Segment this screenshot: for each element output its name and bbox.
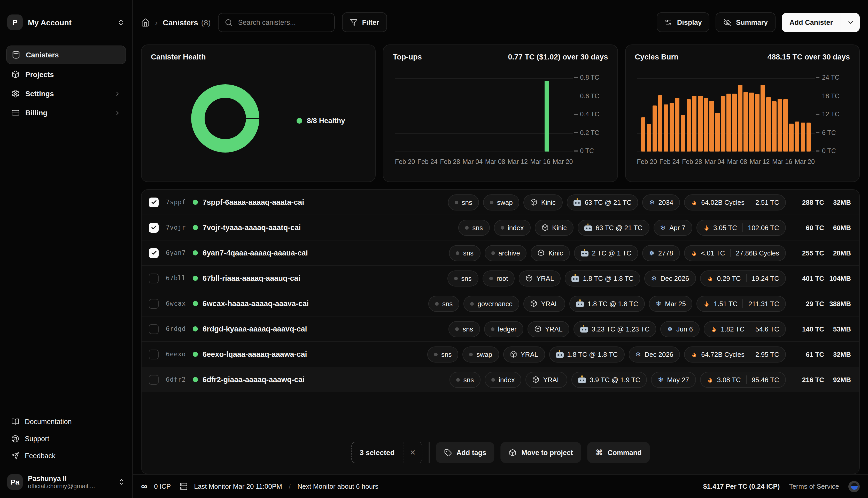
tag-pill[interactable]: sns bbox=[428, 296, 459, 312]
tag-pill[interactable]: sns bbox=[449, 371, 480, 388]
tag-label: index bbox=[499, 376, 515, 383]
project-pill[interactable]: YRAL bbox=[528, 321, 569, 337]
table-row[interactable]: 67bll 67bll-riaaa-aaaaq-aaauq-cai sns ro… bbox=[141, 266, 859, 291]
canister-short-id: 6yan7 bbox=[166, 249, 191, 257]
add-canister-menu-button[interactable] bbox=[841, 13, 860, 32]
home-icon[interactable] bbox=[141, 18, 150, 27]
server-icon bbox=[179, 483, 187, 490]
tag-pill[interactable]: swap bbox=[483, 194, 519, 210]
terms-of-service-link[interactable]: Terms of Service bbox=[789, 483, 839, 490]
freeze-pill: ❄ May 27 bbox=[651, 371, 696, 388]
tag-pill[interactable]: sns bbox=[459, 220, 490, 236]
tag-pill[interactable]: index bbox=[485, 371, 521, 388]
user-menu[interactable]: Pa Pashunya II official.chorniy@gmail...… bbox=[0, 468, 132, 498]
robot-icon bbox=[581, 251, 588, 257]
burn-bar bbox=[669, 103, 674, 152]
y-tick-label: 0 TC bbox=[574, 147, 594, 155]
y-tick-label: 18 TC bbox=[816, 92, 840, 100]
account-switcher[interactable]: P My Account bbox=[0, 0, 132, 40]
row-checkbox[interactable] bbox=[149, 375, 159, 384]
sidebar-item-support[interactable]: Support bbox=[6, 431, 126, 447]
tag-pill[interactable]: sns bbox=[427, 346, 458, 362]
tag-pill[interactable]: sns bbox=[448, 194, 479, 210]
clear-selection-button[interactable]: ✕ bbox=[403, 442, 422, 463]
book-open-icon bbox=[11, 418, 19, 425]
sidebar-item-feedback[interactable]: Feedback bbox=[6, 448, 126, 464]
table-row[interactable]: 7vojr 7vojr-tyaaa-aaaaq-aaatq-cai sns in… bbox=[141, 215, 859, 240]
command-button[interactable]: ⌘ Command bbox=[587, 442, 650, 463]
search-input[interactable] bbox=[237, 18, 328, 27]
row-checkbox[interactable] bbox=[149, 324, 159, 334]
tag-pill[interactable]: governance bbox=[463, 296, 519, 312]
project-pill[interactable]: YRAL bbox=[519, 270, 560, 286]
y-tick-label: 0.8 TC bbox=[574, 74, 599, 81]
display-button[interactable]: Display bbox=[657, 12, 710, 32]
row-checkbox[interactable] bbox=[149, 273, 159, 283]
project-pill[interactable]: YRAL bbox=[524, 296, 565, 312]
project-pill[interactable]: Kinic bbox=[534, 220, 573, 236]
x-axis-labels: Feb 20Feb 24Feb 28Mar 04Mar 08Mar 12Mar … bbox=[637, 158, 815, 166]
row-checkbox[interactable] bbox=[149, 349, 159, 359]
robot-icon bbox=[584, 225, 592, 231]
burn-value: 64.02B Cycles bbox=[701, 198, 745, 206]
table-row[interactable]: 6yan7 6yan7-4qaaa-aaaaq-aaaua-cai sns ar… bbox=[141, 240, 859, 266]
x-tick-label: Mar 12 bbox=[507, 158, 528, 166]
row-checkbox[interactable] bbox=[149, 248, 159, 258]
tag-pill[interactable]: sns bbox=[449, 245, 480, 261]
project-pill[interactable]: Kinic bbox=[524, 194, 562, 210]
filter-button[interactable]: Filter bbox=[342, 12, 387, 32]
sidebar-item-canisters[interactable]: Canisters bbox=[6, 45, 126, 64]
burn-total: 488.15 TC over 30 days bbox=[768, 53, 850, 61]
add-tags-button[interactable]: Add tags bbox=[436, 442, 495, 463]
freeze-pill: ❄ Apr 7 bbox=[653, 220, 692, 236]
tag-pill[interactable]: sns bbox=[447, 270, 478, 286]
sidebar-item-documentation[interactable]: Documentation bbox=[6, 414, 126, 430]
row-checkbox[interactable] bbox=[149, 197, 159, 207]
row-checkbox[interactable] bbox=[149, 223, 159, 233]
search-box[interactable] bbox=[218, 13, 335, 32]
row-checkbox[interactable] bbox=[149, 299, 159, 309]
tag-dot-icon bbox=[456, 327, 459, 331]
tag-pill[interactable]: archive bbox=[484, 245, 527, 261]
eye-off-icon bbox=[723, 18, 731, 26]
freeze-pill: ❄ Mar 25 bbox=[649, 296, 693, 312]
canister-short-id: 7vojr bbox=[166, 224, 191, 231]
summary-button[interactable]: Summary bbox=[716, 12, 775, 32]
send-icon bbox=[11, 452, 19, 460]
tag-pill[interactable]: sns bbox=[449, 321, 480, 337]
pill-divider bbox=[750, 350, 750, 358]
box-icon bbox=[510, 351, 517, 358]
breadcrumb-page[interactable]: Canisters bbox=[163, 18, 198, 27]
table-row[interactable]: 6dfr2 6dfr2-giaaa-aaaaq-aaawq-cai sns in… bbox=[141, 367, 859, 392]
burn-plot: 24 TC18 TC12 TC6 TC0 TCFeb 20Feb 24Feb 2… bbox=[637, 78, 815, 152]
tag-pill[interactable]: root bbox=[483, 270, 515, 286]
sidebar: P My Account Canisters Projects bbox=[0, 0, 133, 498]
burn-bar bbox=[647, 124, 651, 152]
sidebar-item-label: Projects bbox=[25, 70, 54, 79]
box-icon bbox=[509, 449, 517, 456]
table-row[interactable]: 7sppf 7sppf-6aaaa-aaaaq-aaata-cai sns sw… bbox=[141, 190, 859, 215]
table-row[interactable]: 6wcax 6wcax-haaaa-aaaaq-aaava-cai sns go… bbox=[141, 291, 859, 316]
project-pill[interactable]: YRAL bbox=[503, 346, 545, 362]
canister-table: 7sppf 7sppf-6aaaa-aaaaq-aaata-cai sns sw… bbox=[141, 190, 859, 392]
robot-icon bbox=[571, 276, 579, 282]
move-to-project-button[interactable]: Move to project bbox=[501, 442, 581, 463]
project-label: YRAL bbox=[520, 350, 538, 358]
canister-short-id: 6dfr2 bbox=[166, 376, 191, 383]
x-tick-label: Feb 28 bbox=[440, 158, 460, 166]
tag-pill[interactable]: index bbox=[494, 220, 530, 236]
table-row[interactable]: 6eexo 6eexo-lqaaa-aaaaq-aaawa-cai sns sw… bbox=[141, 342, 859, 367]
memory-size: 60MB bbox=[824, 224, 851, 232]
sidebar-item-projects[interactable]: Projects bbox=[6, 66, 126, 83]
tag-pill[interactable]: swap bbox=[463, 346, 499, 362]
cycleops-app: P My Account Canisters Projects bbox=[0, 0, 868, 498]
table-row[interactable]: 6rdgd 6rdgd-kyaaa-aaaaq-aaavq-cai sns le… bbox=[141, 316, 859, 342]
tag-icon bbox=[444, 449, 452, 456]
add-canister-button[interactable]: Add Canister bbox=[782, 13, 841, 32]
sidebar-item-settings[interactable]: Settings bbox=[6, 85, 126, 102]
sidebar-item-billing[interactable]: Billing bbox=[6, 104, 126, 121]
burn-bar bbox=[744, 92, 748, 152]
tag-pill[interactable]: ledger bbox=[484, 321, 523, 337]
project-pill[interactable]: YRAL bbox=[526, 371, 567, 388]
project-pill[interactable]: Kinic bbox=[531, 245, 570, 261]
